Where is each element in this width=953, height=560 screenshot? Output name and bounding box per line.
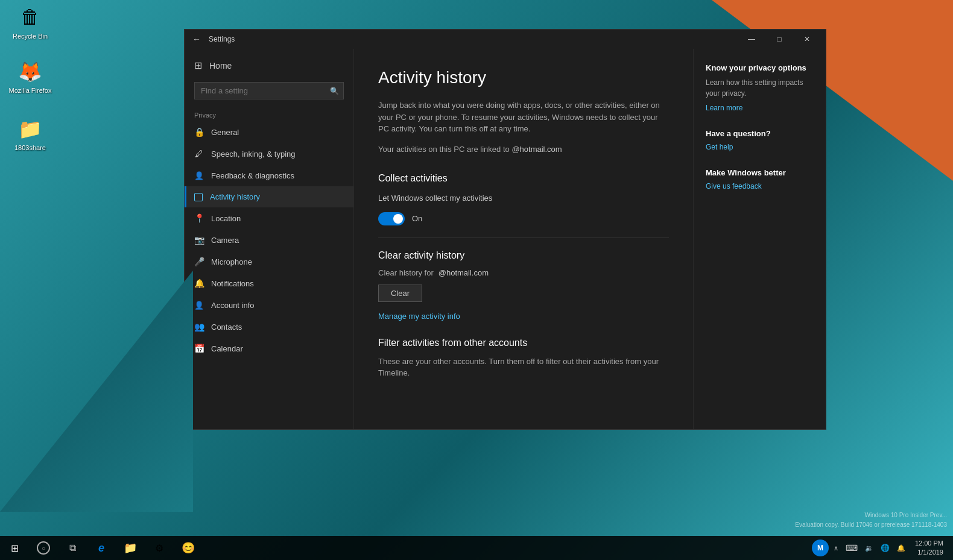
- settings-body: ⊞ Home 🔍 Privacy 🔒 General 🖊 Speech, ink…: [185, 49, 826, 429]
- location-label: Location: [211, 214, 241, 223]
- main-content: Activity history Jump back into what you…: [353, 49, 693, 429]
- account-info-icon: 👤: [194, 300, 204, 310]
- filter-description: These are your other accounts. Turn them…: [378, 356, 669, 379]
- taskbar: ⊞ ○ ⧉ e 📁 ⚙ 😊: [0, 536, 953, 560]
- settings-icon: ⚙: [155, 543, 163, 554]
- right-section-question-title: Have a question?: [706, 129, 814, 138]
- search-input[interactable]: [194, 82, 344, 99]
- get-help-link[interactable]: Get help: [706, 143, 814, 151]
- network-icon: 🌐: [881, 544, 890, 552]
- sidebar-item-notifications[interactable]: 🔔 Notifications: [185, 272, 353, 294]
- sidebar-item-home[interactable]: ⊞ Home: [185, 54, 353, 77]
- watermark-line1: Windows 10 Pro Insider Prev...: [795, 511, 947, 520]
- taskbar-app-settings[interactable]: ⚙: [145, 536, 174, 560]
- sidebar-item-camera[interactable]: 📷 Camera: [185, 229, 353, 251]
- keyboard-icon: ⌨: [846, 543, 858, 553]
- emoji-icon: 😊: [182, 541, 195, 555]
- notifications-icon: 🔔: [194, 278, 204, 288]
- taskbar-clock[interactable]: 12:00 PM 1/1/2019: [910, 539, 948, 558]
- sidebar-item-general[interactable]: 🔒 General: [185, 121, 353, 143]
- contacts-icon: 👥: [194, 322, 204, 332]
- right-section-privacy-title: Know your privacy options: [706, 63, 814, 72]
- toggle-label: Let Windows collect my activities: [378, 193, 492, 203]
- volume-icon: 🔉: [865, 544, 873, 552]
- desktop-icon-1803share[interactable]: 📁 1803share: [6, 118, 54, 151]
- sidebar-item-feedback[interactable]: 👤 Feedback & diagnostics: [185, 165, 353, 186]
- desktop-icon-recycle-bin[interactable]: 🗑 Recycle Bin: [6, 6, 54, 40]
- speech-icon: 🖊: [194, 149, 204, 159]
- calendar-label: Calendar: [211, 344, 243, 353]
- close-button[interactable]: ✕: [793, 30, 821, 49]
- file-explorer-icon: 📁: [124, 541, 137, 555]
- sidebar-item-activity-history[interactable]: Activity history: [185, 186, 353, 207]
- filter-section-title: Filter activities from other accounts: [378, 338, 669, 348]
- taskbar-keyboard-icon[interactable]: ⌨: [843, 536, 860, 560]
- sidebar-item-microphone[interactable]: 🎤 Microphone: [185, 251, 353, 272]
- notification-icon: 🔔: [897, 544, 905, 552]
- cortana-button[interactable]: ○: [29, 536, 58, 560]
- account-link-text: Your activities on this PC are linked to…: [378, 145, 669, 154]
- search-icon: 🔍: [330, 87, 339, 95]
- sidebar-item-speech[interactable]: 🖊 Speech, inking, & typing: [185, 143, 353, 165]
- taskbar-app-edge[interactable]: e: [87, 536, 116, 560]
- desktop-icon-firefox[interactable]: 🦊 Mozilla Firefox: [6, 60, 54, 94]
- general-label: General: [211, 128, 239, 137]
- window-controls: — □ ✕: [738, 30, 821, 49]
- sidebar-item-location[interactable]: 📍 Location: [185, 207, 353, 229]
- clock-time: 12:00 PM: [915, 539, 943, 548]
- clear-button[interactable]: Clear: [378, 285, 422, 302]
- taskbar-volume[interactable]: 🔉: [863, 536, 876, 560]
- settings-window: ← Settings — □ ✕ ⊞ Home 🔍 P: [184, 29, 826, 430]
- start-icon: ⊞: [11, 543, 19, 554]
- sidebar-item-calendar[interactable]: 📅 Calendar: [185, 338, 353, 359]
- collect-toggle[interactable]: [378, 212, 405, 225]
- task-view-button[interactable]: ⧉: [58, 536, 87, 560]
- sidebar-search: 🔍: [194, 82, 344, 99]
- folder-label: 1803share: [14, 144, 46, 151]
- sidebar-item-account-info[interactable]: 👤 Account info: [185, 294, 353, 316]
- cortana-icon: ○: [37, 541, 50, 555]
- sidebar-section-label: Privacy: [185, 107, 353, 121]
- watermark-line2: Evaluation copy. Build 17046 or prerelea…: [795, 520, 947, 530]
- taskbar-app-file-explorer[interactable]: 📁: [116, 536, 145, 560]
- back-button[interactable]: ←: [189, 32, 204, 46]
- edge-icon: e: [98, 542, 104, 555]
- up-arrow-icon: ∧: [834, 544, 838, 552]
- clear-history-row: Clear history for @hotmail.com: [378, 268, 669, 277]
- right-section-feedback: Make Windows better Give us feedback: [706, 168, 814, 190]
- window-title: Settings: [209, 35, 235, 43]
- minimize-button[interactable]: —: [738, 30, 765, 49]
- microphone-icon: 🎤: [194, 257, 204, 266]
- microphone-label: Microphone: [211, 257, 252, 266]
- desktop: 🗑 Recycle Bin 🦊 Mozilla Firefox 📁 1803sh…: [0, 0, 953, 560]
- manage-activity-link[interactable]: Manage my activity info: [378, 312, 669, 321]
- calendar-icon: 📅: [194, 344, 204, 353]
- page-title: Activity history: [378, 68, 669, 87]
- general-icon: 🔒: [194, 127, 204, 137]
- account-info-label: Account info: [211, 301, 255, 310]
- maximize-button[interactable]: □: [765, 30, 793, 49]
- right-section-privacy-text: Learn how this setting impacts your priv…: [706, 77, 814, 99]
- give-feedback-link[interactable]: Give us feedback: [706, 182, 814, 190]
- taskbar-right: M ∧ ⌨ 🔉 🌐 🔔 12:00 PM 1/1/2019: [807, 536, 953, 560]
- account-link-prefix: Your activities on this PC are linked to: [378, 145, 510, 154]
- title-bar-left: ← Settings: [189, 32, 738, 46]
- start-button[interactable]: ⊞: [0, 536, 29, 560]
- taskbar-app-emoji[interactable]: 😊: [174, 536, 203, 560]
- toggle-state-row: On: [378, 212, 669, 225]
- firefox-label: Mozilla Firefox: [9, 87, 52, 94]
- camera-label: Camera: [211, 236, 239, 245]
- divider-1: [378, 238, 669, 238]
- firefox-icon: 🦊: [18, 60, 42, 84]
- taskbar-network[interactable]: 🌐: [878, 536, 892, 560]
- sidebar-item-contacts[interactable]: 👥 Contacts: [185, 316, 353, 338]
- home-label: Home: [209, 61, 232, 71]
- learn-more-link[interactable]: Learn more: [706, 104, 814, 112]
- clear-section-title: Clear activity history: [378, 250, 669, 261]
- taskbar-notification[interactable]: 🔔: [894, 536, 908, 560]
- taskbar-apps: e 📁 ⚙ 😊: [87, 536, 807, 560]
- taskbar-avatar[interactable]: M: [812, 540, 829, 556]
- toggle-thumb: [393, 214, 403, 224]
- taskbar-up-arrow[interactable]: ∧: [831, 536, 841, 560]
- toggle-state-label: On: [412, 214, 422, 223]
